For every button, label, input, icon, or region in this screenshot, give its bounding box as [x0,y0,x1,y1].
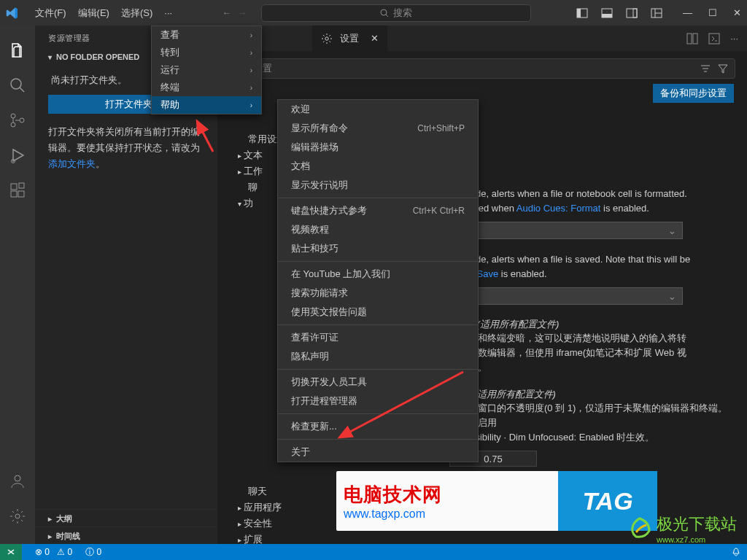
svg-point-15 [20,118,24,122]
menu-run[interactable]: 运行› [152,61,261,79]
audio-cues-format-link[interactable]: Audio Cues: Format [516,203,601,214]
filter-icon[interactable] [717,63,729,74]
timeline-label: 时间线 [56,531,80,542]
source-control-icon[interactable] [9,112,26,129]
help-welcome[interactable]: 欢迎 [278,100,478,119]
help-feature-request[interactable]: 搜索功能请求 [278,284,478,303]
setting-dim-opacity: acity (适用所有配置文件) 非活动窗口的不透明度(0 到 1)，仅适用于未… [449,388,729,467]
settings-search-input[interactable]: 设置 [247,58,735,79]
toggle-sidebar-left-icon[interactable] [576,7,588,19]
warning-icon: ⚠ [57,547,65,557]
help-check-update[interactable]: 检查更新... [278,417,478,436]
open-json-icon[interactable] [708,33,720,44]
title-bar: 文件(F) 编辑(E) 选择(S) ··· ← → 搜索 ― ☐ ✕ [0,0,747,26]
help-playground[interactable]: 编辑器操场 [278,138,478,157]
tab-close-icon[interactable]: ✕ [371,33,379,44]
help-show-commands[interactable]: 显示所有命令Ctrl+Shift+P [278,119,478,138]
search-icon [380,9,389,18]
more-actions-icon[interactable]: ··· [730,33,738,44]
status-ports[interactable]: ⓘ 0 [85,546,101,559]
setting-desc: ler mode, alerts when a file or notebook… [449,188,687,199]
command-center[interactable]: 搜索 [261,4,531,22]
nav-back-icon[interactable]: ← [222,7,231,18]
settings-tab-icon [321,33,333,44]
watermark-url: www.tagxp.com [344,508,551,521]
help-license[interactable]: 查看许可证 [278,328,478,347]
help-report-issue[interactable]: 使用英文报告问题 [278,303,478,322]
layout-controls [576,7,662,19]
help-process[interactable]: 打开进程管理器 [278,392,478,411]
backup-sync-button[interactable]: 备份和同步设置 [653,84,734,103]
run-debug-icon[interactable] [9,147,26,164]
help-devtools[interactable]: 切换开发人员工具 [278,373,478,392]
overflow-menu: 查看› 转到› 运行› 终端› 帮助› [151,26,262,114]
nav-fwd-icon[interactable]: → [237,7,247,18]
svg-rect-6 [627,9,637,18]
menu-file[interactable]: 文件(F) [29,4,72,23]
folder-header-label: NO FOLDER OPENED [56,52,139,61]
setting-select[interactable]: ⌄ [449,287,683,305]
bell-icon [731,547,741,557]
search-filters [700,63,729,74]
menu-view[interactable]: 查看› [152,26,261,44]
help-release-notes[interactable]: 显示发行说明 [278,176,478,195]
status-notifications[interactable] [731,547,741,557]
split-editor-icon[interactable] [686,33,698,44]
menu-edit[interactable]: 编辑(E) [72,4,115,23]
chevron-down-icon: ⌄ [668,225,676,236]
customize-layout-icon[interactable] [651,7,662,19]
vscode-logo-icon [6,7,19,20]
nav-item-chat[interactable]: 聊天 [238,483,303,499]
watermark-title: 电脑技术网 [344,482,551,508]
settings-gear-icon[interactable] [9,508,26,525]
nav-item-app[interactable]: ▸ 应用程序 [238,499,303,516]
toggle-panel-icon[interactable] [601,7,613,19]
menu-terminal[interactable]: 终端› [152,79,261,96]
status-problems[interactable]: ⊗ 0 ⚠ 0 [35,547,72,557]
remote-icon [6,547,16,557]
svg-rect-19 [18,191,24,197]
remote-indicator[interactable] [0,544,22,560]
help-tips[interactable]: 贴士和技巧 [278,239,478,258]
jg-watermark: 极光下载站 www.xz7.com [627,513,737,544]
nav-item-security[interactable]: ▸ 安全性 [238,516,303,532]
setting-select[interactable]: ⌄ [449,222,683,239]
minimize-icon[interactable]: ― [683,7,692,18]
watermark: 电脑技术网 www.tagxp.com TAG [336,471,657,531]
timeline-section[interactable]: ▸时间线 [35,526,217,545]
chevron-down-icon: ▾ [48,53,52,61]
menu-select[interactable]: 选择(S) [115,4,158,23]
toggle-sidebar-right-icon[interactable] [626,7,638,19]
accounts-icon[interactable] [9,472,26,490]
menu-help[interactable]: 帮助› [152,96,261,114]
svg-line-12 [20,88,24,92]
tab-settings[interactable]: 设置 ✕ [312,26,387,51]
help-video[interactable]: 视频教程 [278,220,478,239]
clear-search-icon[interactable] [700,63,711,74]
explorer-icon[interactable] [9,42,26,59]
help-privacy[interactable]: 隐私声明 [278,347,478,366]
help-submenu: 欢迎 显示所有命令Ctrl+Shift+P 编辑器操场 文档 显示发行说明 键盘… [277,99,479,462]
help-youtube[interactable]: 在 YouTube 上加入我们 [278,265,478,284]
svg-line-1 [386,15,388,17]
help-docs[interactable]: 文档 [278,157,478,176]
menu-more[interactable]: ··· [158,4,178,21]
add-folder-link[interactable]: 添加文件夹 [48,158,96,169]
maximize-icon[interactable]: ☐ [708,7,717,18]
help-about[interactable]: 关于 [278,443,478,462]
setting-dim-enabled: abled (适用所有配置文件) 编辑器和终端变暗，这可以更清楚地说明键入的输入… [449,318,729,375]
search-activity-icon[interactable] [9,77,26,94]
outline-section[interactable]: ▸大纲 [35,509,217,528]
svg-rect-25 [693,34,697,44]
activity-bar [0,26,35,545]
nav-arrows: ← → [222,7,247,18]
svg-rect-18 [11,191,17,197]
svg-rect-5 [602,14,612,18]
menu-goto[interactable]: 转到› [152,44,261,61]
svg-rect-17 [11,184,17,190]
status-bar: ⊗ 0 ⚠ 0 ⓘ 0 [0,544,747,560]
tab-right-controls: ··· [686,33,747,44]
extensions-icon[interactable] [9,182,26,199]
close-icon[interactable]: ✕ [733,7,741,18]
help-keyboard-ref[interactable]: 键盘快捷方式参考Ctrl+K Ctrl+R [278,201,478,220]
